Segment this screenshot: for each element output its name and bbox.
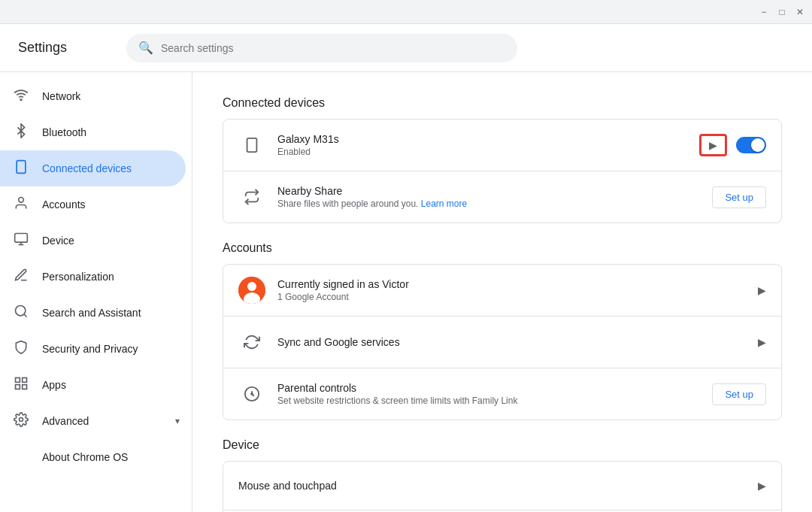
sidebar-item-device[interactable]: Device (0, 223, 186, 259)
connected-devices-card: Galaxy M31s Enabled ▶ (223, 119, 782, 223)
parental-row[interactable]: Parental controls Set website restrictio… (223, 368, 781, 420)
nearby-share-icon (238, 183, 265, 211)
nearby-share-action: Set up (712, 186, 766, 208)
sidebar-label-personalization: Personalization (42, 271, 114, 283)
search-input[interactable] (161, 42, 505, 54)
sidebar-label-apps: Apps (42, 379, 66, 391)
svg-line-8 (24, 314, 27, 317)
signed-in-chevron-icon: ▶ (758, 284, 766, 296)
sidebar-label-search-assistant: Search and Assistant (42, 307, 141, 319)
maximize-button[interactable]: □ (776, 6, 788, 18)
apps-icon (12, 376, 30, 395)
chevron-right-icon: ▶ (709, 139, 717, 151)
wifi-icon (12, 87, 30, 106)
parental-label: Parental controls (277, 382, 700, 394)
sidebar-item-search-assistant[interactable]: Search and Assistant (0, 295, 186, 331)
title-bar: − □ ✕ (0, 0, 812, 24)
parental-text: Parental controls Set website restrictio… (277, 382, 700, 406)
device-section-title: Device (223, 438, 782, 452)
signed-in-action: ▶ (758, 284, 766, 296)
content-area: Connected devices Galaxy M31s Enabled ▶ (192, 72, 812, 512)
svg-rect-12 (16, 384, 20, 389)
accounts-icon (12, 195, 30, 214)
chevron-down-icon: ▾ (175, 416, 180, 426)
svg-rect-4 (15, 233, 28, 242)
parental-setup-button[interactable]: Set up (712, 383, 766, 405)
sidebar-item-about[interactable]: About Chrome OS (0, 439, 192, 475)
parental-icon (238, 380, 265, 407)
nearby-share-learn-more-link[interactable]: Learn more (421, 198, 467, 209)
phone-icon (238, 132, 265, 159)
toggle-knob (751, 138, 765, 152)
svg-point-17 (247, 282, 256, 291)
nearby-share-label: Nearby Share (277, 185, 700, 197)
sidebar-label-network: Network (42, 90, 80, 102)
sync-label: Sync and Google services (277, 336, 746, 348)
security-icon (12, 340, 30, 359)
connected-devices-section-title: Connected devices (223, 96, 782, 110)
mouse-touchpad-text: Mouse and touchpad (238, 480, 746, 492)
signed-in-text: Currently signed in as Victor 1 Google A… (277, 278, 746, 302)
sidebar-item-apps[interactable]: Apps (0, 367, 186, 403)
sidebar: Network Bluetooth Connected devices (0, 72, 192, 512)
nearby-share-row[interactable]: Nearby Share Share files with people aro… (223, 171, 781, 223)
sync-action: ▶ (758, 336, 766, 348)
accounts-card: Currently signed in as Victor 1 Google A… (223, 264, 782, 420)
svg-point-0 (20, 98, 22, 100)
sidebar-label-bluetooth: Bluetooth (42, 126, 86, 138)
close-button[interactable]: ✕ (794, 6, 806, 18)
personalization-icon (12, 268, 30, 286)
svg-rect-10 (23, 377, 27, 382)
galaxy-action: ▶ (699, 134, 766, 156)
main-layout: Network Bluetooth Connected devices (0, 72, 812, 512)
svg-rect-11 (23, 384, 27, 389)
galaxy-toggle[interactable] (736, 137, 766, 153)
sidebar-label-connected: Connected devices (42, 162, 132, 174)
svg-point-13 (20, 417, 23, 421)
signed-in-sublabel: 1 Google Account (277, 292, 746, 302)
search-icon: 🔍 (138, 41, 153, 55)
advanced-icon (12, 412, 30, 431)
sidebar-item-personalization[interactable]: Personalization (0, 259, 186, 295)
search-bar: 🔍 (126, 34, 517, 62)
header: Settings 🔍 (0, 24, 812, 72)
connected-devices-icon (12, 159, 30, 178)
sync-icon (238, 329, 265, 356)
nearby-share-sublabel: Share files with people around you. Lear… (277, 198, 700, 209)
mouse-touchpad-action: ▶ (758, 480, 766, 492)
bluetooth-icon (12, 123, 30, 142)
minimize-button[interactable]: − (758, 6, 770, 18)
galaxy-chevron-box[interactable]: ▶ (699, 134, 727, 156)
sidebar-label-accounts: Accounts (42, 198, 86, 211)
parental-action: Set up (712, 383, 766, 405)
app-title: Settings (18, 40, 108, 56)
sidebar-item-network[interactable]: Network (0, 78, 186, 114)
svg-point-3 (19, 197, 24, 202)
search-assistant-icon (12, 304, 30, 323)
sidebar-label-advanced: Advanced (42, 415, 89, 427)
accounts-section-title: Accounts (223, 241, 782, 255)
signed-in-label: Currently signed in as Victor (277, 278, 746, 290)
sidebar-item-advanced[interactable]: Advanced ▾ (0, 403, 192, 439)
sync-text: Sync and Google services (277, 336, 746, 348)
sidebar-label-device: Device (42, 235, 74, 247)
galaxy-sublabel: Enabled (277, 147, 687, 157)
device-card: Mouse and touchpad ▶ Keyboard ▶ (223, 461, 782, 512)
parental-sublabel: Set website restrictions & screen time l… (277, 395, 700, 406)
svg-rect-9 (16, 377, 20, 382)
device-icon (12, 232, 30, 250)
mouse-touchpad-row[interactable]: Mouse and touchpad ▶ (223, 462, 781, 510)
mouse-touchpad-label: Mouse and touchpad (238, 480, 746, 492)
sidebar-item-accounts[interactable]: Accounts (0, 186, 186, 223)
galaxy-row[interactable]: Galaxy M31s Enabled ▶ (223, 120, 781, 171)
sidebar-label-security: Security and Privacy (42, 343, 138, 355)
mouse-touchpad-chevron-icon: ▶ (758, 480, 766, 492)
user-avatar (238, 277, 265, 304)
sidebar-item-connected-devices[interactable]: Connected devices (0, 150, 186, 186)
sidebar-item-bluetooth[interactable]: Bluetooth (0, 114, 186, 150)
sidebar-item-security-privacy[interactable]: Security and Privacy (0, 331, 186, 367)
galaxy-text: Galaxy M31s Enabled (277, 133, 687, 157)
nearby-share-setup-button[interactable]: Set up (712, 186, 766, 208)
signed-in-row[interactable]: Currently signed in as Victor 1 Google A… (223, 265, 781, 316)
sync-row[interactable]: Sync and Google services ▶ (223, 316, 781, 368)
